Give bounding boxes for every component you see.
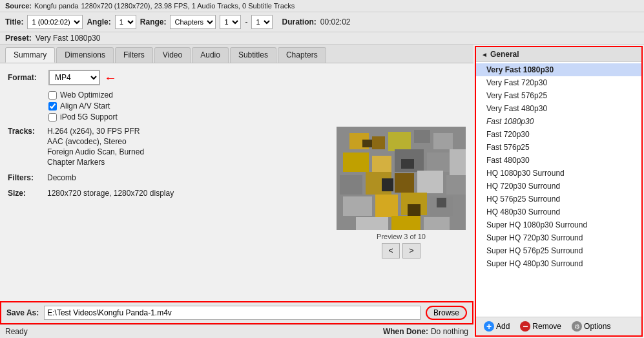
format-arrow-icon: ←	[104, 71, 117, 84]
format-select[interactable]: MP4 MKV WebM	[48, 70, 100, 85]
when-done-label: When Done:	[383, 327, 428, 336]
tracks-label: Tracks:	[8, 127, 43, 167]
tab-video[interactable]: Video	[154, 47, 191, 63]
triangle-icon: ◄	[481, 51, 488, 58]
save-as-label: Save As:	[6, 308, 39, 317]
add-label: Add	[496, 322, 510, 331]
left-panel: Summary Dimensions Filters Video Audio S…	[0, 45, 473, 338]
format-select-wrap: MP4 MKV WebM ←	[48, 70, 117, 85]
preset-list-item[interactable]: Very Fast 576p25	[476, 89, 641, 102]
preset-list-item[interactable]: Super HQ 480p30 Surround	[476, 257, 641, 270]
align-av-label: Align A/V Start	[60, 101, 110, 111]
preset-list[interactable]: Very Fast 1080p30Very Fast 720p30Very Fa…	[476, 62, 641, 317]
preset-list-item[interactable]: Super HQ 576p25 Surround	[476, 244, 641, 257]
preview-next-button[interactable]: >	[402, 243, 421, 259]
status-bar: Ready When Done: Do nothing	[0, 324, 473, 338]
ipod-label: iPod 5G Support	[60, 112, 118, 121]
preset-list-item[interactable]: Very Fast 1080p30	[476, 63, 641, 76]
preset-list-item[interactable]: Fast 480p30	[476, 154, 641, 167]
preset-list-item[interactable]: HQ 480p30 Surround	[476, 206, 641, 218]
status-text: Ready	[5, 327, 28, 336]
preset-list-item[interactable]: Fast 1080p30	[476, 115, 641, 128]
format-label: Format:	[8, 73, 43, 82]
main-area: Summary Dimensions Filters Video Audio S…	[0, 45, 644, 338]
details-preview: Tracks: H.264 (x264), 30 FPS PFR AAC (av…	[8, 127, 466, 295]
filters-row: Filters: Decomb	[8, 173, 330, 182]
preset-label: Preset:	[5, 34, 32, 43]
preview-nav: < >	[382, 243, 421, 259]
remove-label: Remove	[532, 322, 561, 331]
title-label: Title:	[5, 17, 23, 26]
preset-list-item[interactable]: HQ 720p30 Surround	[476, 180, 641, 193]
when-done: When Done: Do nothing	[383, 327, 468, 336]
preset-list-item[interactable]: Fast 576p25	[476, 141, 641, 154]
size-label: Size:	[8, 189, 43, 198]
preview-section: Preview 3 of 10 < >	[337, 127, 466, 295]
preset-list-item[interactable]: HQ 1080p30 Surround	[476, 167, 641, 180]
range-to-select[interactable]: 1	[251, 15, 273, 29]
preset-panel-header: ◄ General	[476, 47, 641, 62]
preset-bar: Preset: Very Fast 1080p30	[0, 32, 644, 45]
preset-value: Very Fast 1080p30	[36, 34, 101, 43]
web-optimized-checkbox[interactable]	[48, 91, 57, 100]
preset-list-item[interactable]: Fast 720p30	[476, 128, 641, 141]
track-1: H.264 (x264), 30 FPS PFR	[47, 127, 144, 136]
options-label: Options	[584, 322, 610, 331]
add-preset-button[interactable]: + Add	[481, 320, 512, 333]
size-row: Size: 1280x720 storage, 1280x720 display	[8, 189, 330, 198]
checkboxes-area: Web Optimized Align A/V Start iPod 5G Su…	[48, 90, 466, 121]
range-label: Range:	[140, 17, 167, 26]
duration-value: 00:02:02	[320, 17, 351, 26]
options-icon: ⚙	[572, 321, 582, 332]
align-av-checkbox[interactable]	[48, 102, 57, 111]
duration-label: Duration:	[282, 17, 316, 26]
angle-select[interactable]: 1	[115, 15, 136, 29]
right-panel: ◄ General Very Fast 1080p30Very Fast 720…	[475, 46, 643, 337]
remove-icon: −	[520, 321, 530, 332]
range-from-select[interactable]: 1	[220, 15, 241, 29]
title-select[interactable]: 1 (00:02:02)	[27, 15, 83, 29]
browse-button[interactable]: Browse	[426, 306, 467, 320]
tab-chapters[interactable]: Chapters	[278, 47, 326, 63]
ipod-row: iPod 5G Support	[48, 112, 466, 121]
range-dash: -	[245, 17, 247, 26]
preview-label: Preview 3 of 10	[377, 233, 426, 240]
tab-filters[interactable]: Filters	[115, 47, 153, 63]
tracks-row: Tracks: H.264 (x264), 30 FPS PFR AAC (av…	[8, 127, 330, 167]
preset-list-item[interactable]: Very Fast 720p30	[476, 76, 641, 89]
source-filename: Kongfu panda	[34, 2, 79, 10]
when-done-value: Do nothing	[431, 327, 468, 336]
save-as-input[interactable]	[44, 306, 421, 320]
preset-list-item[interactable]: Very Fast 480p30	[476, 102, 641, 115]
tab-dimensions[interactable]: Dimensions	[56, 47, 114, 63]
preview-canvas	[337, 127, 466, 230]
ipod-checkbox[interactable]	[48, 113, 57, 121]
tabs: Summary Dimensions Filters Video Audio S…	[0, 45, 473, 63]
preset-list-item[interactable]: Super HQ 720p30 Surround	[476, 231, 641, 244]
title-bar: Title: 1 (00:02:02) Angle: 1 Range: Chap…	[0, 12, 644, 32]
filters-label: Filters:	[8, 173, 43, 182]
preset-list-item[interactable]: HQ 576p25 Surround	[476, 193, 641, 206]
tab-subtitles[interactable]: Subtitles	[230, 47, 276, 63]
track-3: Foreign Audio Scan, Burned	[47, 147, 144, 156]
angle-label: Angle:	[87, 17, 110, 26]
web-optimized-row: Web Optimized	[48, 90, 466, 100]
preset-panel-title: General	[490, 50, 519, 59]
source-label: Source:	[5, 2, 32, 10]
source-details: 1280x720 (1280x720), 23.98 FPS, 1 Audio …	[81, 2, 295, 10]
remove-preset-button[interactable]: − Remove	[517, 320, 564, 333]
tab-audio[interactable]: Audio	[192, 47, 229, 63]
tab-summary[interactable]: Summary	[5, 47, 55, 63]
range-type-select[interactable]: Chapters	[170, 15, 216, 29]
source-bar: Source: Kongfu panda 1280x720 (1280x720)…	[0, 0, 644, 12]
size-value: 1280x720 storage, 1280x720 display	[47, 189, 174, 198]
track-2: AAC (avcodec), Stereo	[47, 137, 144, 146]
preset-actions: + Add − Remove ⚙ Options	[476, 317, 641, 335]
preset-list-item[interactable]: Super HQ 1080p30 Surround	[476, 218, 641, 231]
preview-prev-button[interactable]: <	[382, 243, 400, 259]
options-preset-button[interactable]: ⚙ Options	[569, 320, 613, 333]
tab-content-summary: Format: MP4 MKV WebM ← Web Optimized	[0, 63, 473, 301]
details-section: Tracks: H.264 (x264), 30 FPS PFR AAC (av…	[8, 127, 330, 295]
save-as-bar: Save As: Browse	[0, 301, 473, 324]
tracks-values: H.264 (x264), 30 FPS PFR AAC (avcodec), …	[47, 127, 144, 167]
